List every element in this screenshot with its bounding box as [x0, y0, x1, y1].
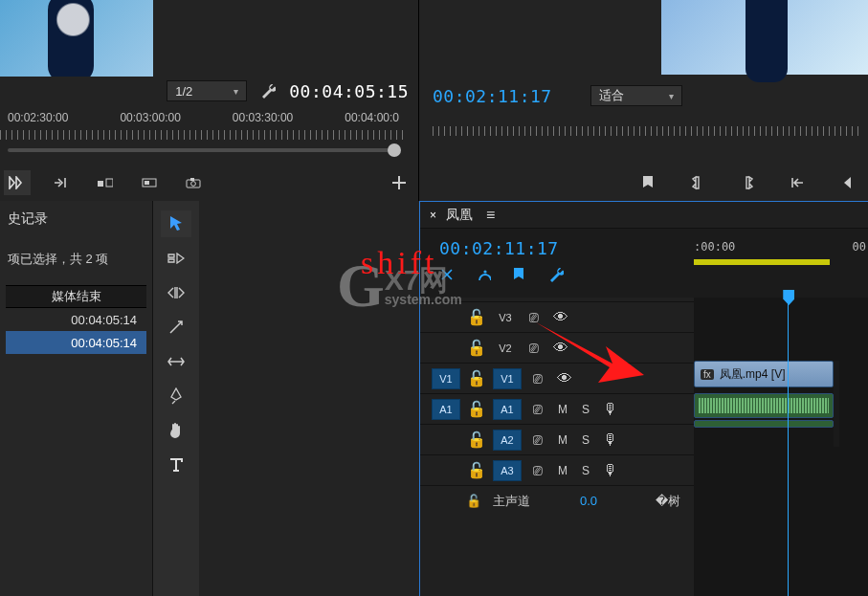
lock-icon[interactable]: 🔓 — [466, 461, 487, 480]
mute-button[interactable]: M — [554, 433, 571, 447]
history-panel-title: 史记录 — [6, 209, 146, 251]
svg-rect-1 — [106, 179, 113, 187]
voiceover-icon[interactable]: 🎙 — [600, 430, 621, 450]
source-patch-a1[interactable]: A1 — [432, 399, 460, 420]
audio-clip-a1[interactable] — [694, 393, 834, 418]
export-frame-button[interactable] — [180, 170, 207, 195]
pen-tool[interactable] — [161, 383, 191, 409]
add-button[interactable] — [386, 170, 412, 195]
lock-icon[interactable]: 🔓 — [466, 308, 487, 327]
lock-icon[interactable]: 🔓 — [466, 369, 487, 388]
toggle-output-icon[interactable]: ⎚ — [523, 339, 545, 358]
in-point-button[interactable] — [684, 170, 711, 195]
track-target-v1[interactable]: V1 — [493, 368, 522, 389]
timeline-tab-menu-button[interactable]: ≡ — [486, 207, 495, 224]
play-button[interactable] — [4, 170, 31, 195]
timeline-settings-icon[interactable] — [548, 267, 564, 282]
voiceover-icon[interactable]: 🎙 — [600, 400, 621, 419]
history-project-panel: 史记录 项已选择，共 2 项 媒体结束 00:04:05:14 00:04:05… — [0, 201, 153, 596]
eye-icon[interactable]: 👁 — [550, 308, 571, 327]
scrubber-knob-icon[interactable] — [388, 143, 401, 157]
overwrite-button[interactable] — [136, 170, 163, 195]
source-zoom-value: 1/2 — [175, 84, 192, 99]
track-target-a3[interactable]: A3 — [493, 460, 522, 481]
insert-button[interactable] — [92, 170, 119, 195]
toggle-output-icon[interactable]: ⎚ — [523, 308, 545, 327]
track-target-a1[interactable]: A1 — [493, 399, 522, 420]
svg-rect-0 — [98, 181, 103, 187]
lock-icon[interactable]: 🔓 — [466, 430, 487, 450]
track-target-a2[interactable]: A2 — [493, 430, 522, 451]
program-fit-dropdown[interactable]: 适合 ▾ — [590, 85, 682, 106]
hand-tool[interactable] — [161, 417, 191, 444]
track-header-a1[interactable]: A1 🔓 A1 ⎚ M S 🎙 — [420, 393, 694, 424]
track-header-v3[interactable]: 🔓 V3 ⎚ 👁 — [420, 301, 694, 332]
eye-icon[interactable]: 👁 — [550, 339, 571, 358]
solo-button[interactable]: S — [577, 464, 594, 477]
program-fit-label: 适合 — [599, 87, 624, 104]
type-tool[interactable] — [161, 452, 191, 478]
mute-button[interactable]: M — [554, 403, 571, 416]
column-header-media-end[interactable]: 媒体结束 — [6, 285, 146, 308]
razor-tool[interactable] — [161, 314, 191, 341]
linked-selection-icon[interactable] — [476, 267, 491, 282]
eye-icon[interactable]: 👁 — [554, 369, 575, 388]
toggle-output-icon[interactable]: ⎚ — [527, 430, 548, 450]
chevron-down-icon: ▾ — [669, 91, 674, 101]
selection-status: 项已选择，共 2 项 — [6, 251, 146, 285]
source-scrubber[interactable] — [8, 143, 399, 157]
track-header-a2[interactable]: 🔓 A2 ⎚ M S 🎙 — [420, 424, 694, 454]
video-clip[interactable]: fx 凤凰.mp4 [V] — [694, 361, 834, 387]
master-track-value[interactable]: 0.0 — [580, 494, 597, 508]
lock-icon[interactable]: 🔓 — [466, 494, 481, 508]
media-end-row-selected[interactable]: 00:04:05:14 — [6, 331, 146, 354]
source-preview-thumbnail — [0, 0, 153, 77]
ripple-edit-tool[interactable] — [161, 279, 191, 306]
source-patch-v1[interactable]: V1 — [432, 368, 460, 389]
snap-icon[interactable] — [439, 267, 455, 282]
settings-wrench-button[interactable] — [255, 78, 281, 103]
program-ruler[interactable] — [433, 122, 858, 138]
marker-button[interactable] — [634, 170, 661, 195]
add-marker-icon[interactable] — [512, 267, 527, 282]
track-select-tool[interactable] — [161, 245, 191, 272]
go-to-in-button[interactable] — [784, 170, 811, 195]
selection-tool[interactable] — [161, 210, 191, 237]
lock-icon[interactable]: 🔓 — [466, 400, 487, 419]
playhead-head-icon[interactable] — [783, 290, 794, 305]
solo-button[interactable]: S — [577, 433, 594, 447]
step-back-button[interactable] — [834, 170, 860, 195]
toggle-output-icon[interactable]: ⎚ — [527, 461, 548, 480]
ruler-label-end: 00 — [853, 240, 866, 254]
audio-clip-a2[interactable] — [694, 420, 834, 428]
timeline-clip-area[interactable]: fx 凤凰.mp4 [V] — [694, 298, 868, 596]
media-end-row[interactable]: 00:04:05:14 — [6, 308, 146, 331]
timeline-playhead[interactable] — [788, 298, 789, 596]
track-header-v2[interactable]: 🔓 V2 ⎚ 👁 — [420, 332, 694, 363]
solo-button[interactable]: S — [577, 403, 594, 416]
program-monitor-panel: 00:02:11:17 适合 ▾ — [419, 0, 868, 201]
timeline-playhead-timecode[interactable]: 00:02:11:17 — [439, 238, 559, 258]
step-forward-button[interactable] — [48, 170, 75, 195]
fx-badge: fx — [701, 369, 714, 380]
source-zoom-dropdown[interactable]: 1/2 ▾ — [167, 80, 247, 101]
expand-icon[interactable]: �树 — [656, 493, 680, 510]
toggle-output-icon[interactable]: ⎚ — [527, 400, 548, 419]
track-headers: 🔓 V3 ⎚ 👁 🔓 V2 ⎚ 👁 V1 🔓 V1 — [420, 298, 694, 596]
source-ruler[interactable] — [0, 126, 407, 142]
work-area-bar[interactable] — [694, 259, 830, 265]
mute-button[interactable]: M — [554, 464, 571, 477]
lock-icon[interactable]: 🔓 — [466, 339, 487, 358]
slip-tool[interactable] — [161, 348, 191, 375]
clip-label: 凤凰.mp4 [V] — [720, 366, 786, 383]
out-point-button[interactable] — [734, 170, 761, 195]
close-tab-button[interactable]: × — [430, 209, 436, 222]
timeline-tab-name[interactable]: 凤凰 — [446, 207, 473, 224]
master-track-header[interactable]: 🔓 主声道 0.0 �树 — [420, 485, 694, 516]
voiceover-icon[interactable]: 🎙 — [600, 461, 621, 480]
track-header-v1[interactable]: V1 🔓 V1 ⎚ 👁 — [420, 363, 694, 393]
toggle-output-icon[interactable]: ⎚ — [527, 369, 548, 388]
program-timecode: 00:02:11:17 — [433, 86, 552, 106]
chevron-down-icon: ▾ — [234, 86, 238, 97]
track-header-a3[interactable]: 🔓 A3 ⎚ M S 🎙 — [420, 454, 694, 485]
